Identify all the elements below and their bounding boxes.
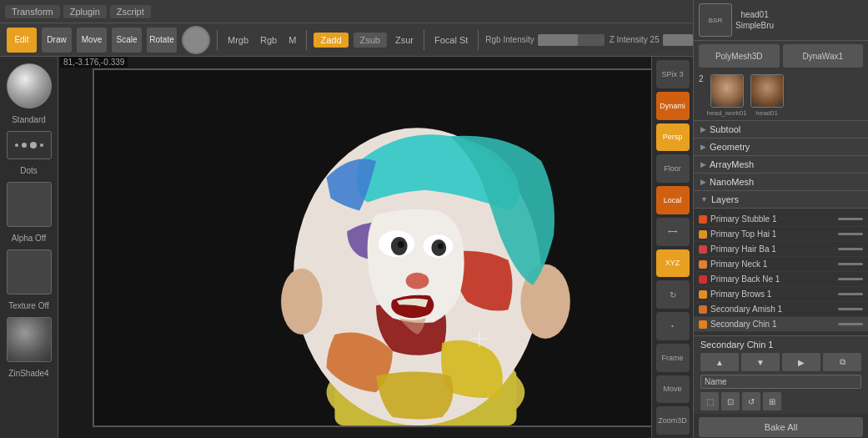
zsur-label[interactable]: Zsur: [392, 35, 417, 45]
layers-section-header[interactable]: ▼ Layers: [694, 191, 868, 209]
spix-button[interactable]: SPix 3: [656, 60, 690, 88]
layer-icon-2[interactable]: ⊡: [721, 392, 740, 410]
rgb-intensity-label: Rgb Intensity: [485, 35, 534, 44]
layer-item-6[interactable]: Secondary Amish 1: [694, 302, 868, 317]
layer-icon-4[interactable]: ⊞: [763, 392, 781, 410]
separator-3: [424, 30, 424, 50]
zadd-button[interactable]: Zadd: [314, 33, 348, 48]
layer-item-7[interactable]: Secondary Chin 1: [694, 317, 868, 332]
layer-name-input[interactable]: [700, 375, 861, 389]
layer-item-4[interactable]: Primary Back Ne 1: [694, 272, 868, 287]
move-button[interactable]: Move: [77, 28, 107, 53]
layers-label: Layers: [711, 194, 739, 204]
sym-button[interactable]: ⟷: [656, 218, 690, 246]
m-label[interactable]: M: [285, 35, 299, 45]
persp-button[interactable]: Persp: [656, 123, 690, 152]
dynami-button[interactable]: Dynami: [656, 92, 690, 120]
layer-item-1[interactable]: Primary Top Hai 1: [694, 227, 868, 242]
rp-brush-row: BSR head01 SimpleBru: [694, 0, 868, 41]
head-svg: [94, 70, 658, 425]
layer-slider-6[interactable]: [838, 308, 863, 310]
layer-down-button[interactable]: ▼: [741, 353, 780, 371]
canvas-area[interactable]: [58, 57, 693, 438]
layer-icon-3[interactable]: ↺: [742, 392, 760, 410]
mrgb-label[interactable]: Mrgb: [224, 35, 252, 45]
nanomesh-section-header[interactable]: ▶ NanoMesh: [694, 174, 868, 191]
coords-text: 81,-3.176,-0.339: [63, 58, 124, 67]
layer-up-button[interactable]: ▲: [700, 353, 739, 371]
layer-item-5[interactable]: Primary Brows 1: [694, 287, 868, 302]
zsub-button[interactable]: Zsub: [354, 33, 387, 48]
right-panel: BSR head01 SimpleBru PolyMesh3D DynaWax1…: [693, 0, 868, 438]
rp-bottom-buttons: Bake All Import MDD MOD Spee...: [694, 414, 868, 438]
transform-tab[interactable]: Transform: [5, 5, 60, 18]
rotate-view-button[interactable]: ↻: [656, 280, 690, 309]
layer-name-1: Primary Top Hai 1: [710, 229, 835, 239]
layer-slider-5[interactable]: [838, 293, 863, 295]
dot-button[interactable]: •: [656, 312, 690, 340]
xyz-button[interactable]: XYZ: [656, 249, 690, 278]
alpha-thumbnail[interactable]: [7, 182, 52, 227]
geometry-section-header[interactable]: ▶ Geometry: [694, 138, 868, 156]
alpha-label: Alpha Off: [12, 234, 47, 243]
layer-slider-2[interactable]: [838, 248, 863, 250]
layer-icon-1[interactable]: ⬚: [700, 392, 719, 410]
rgb-intensity-slider[interactable]: [538, 34, 605, 46]
arraymesh-section-header[interactable]: ▶ ArrayMesh: [694, 156, 868, 174]
bake-all-button[interactable]: Bake All: [699, 417, 863, 437]
texture-thumbnail[interactable]: [7, 249, 52, 295]
svg-point-10: [397, 241, 404, 248]
frame-button[interactable]: Frame: [656, 344, 690, 372]
draw-button[interactable]: Draw: [42, 28, 72, 53]
layer-color-7: [699, 320, 707, 329]
geometry-label: Geometry: [710, 142, 750, 152]
focal-label: Focal St: [431, 35, 471, 45]
layer-slider-0[interactable]: [838, 218, 863, 220]
zoom3d-button[interactable]: Zoom3D: [656, 406, 690, 435]
layer-name-3: Primary Neck 1: [710, 259, 835, 269]
dot-2: [22, 143, 27, 148]
dynawax-button[interactable]: DynaWax1: [783, 44, 864, 68]
bsr-button[interactable]: BSR: [699, 3, 732, 37]
texture-label: Texture Off: [8, 301, 49, 310]
subtool-section-header[interactable]: ▶ Subtool: [694, 121, 868, 138]
move3d-button[interactable]: Move: [656, 375, 690, 404]
floor-button[interactable]: Floor: [656, 154, 690, 183]
dots-label: Dots: [20, 166, 38, 175]
dot-4: [40, 143, 43, 147]
zscript-tab[interactable]: Zscript: [110, 5, 151, 18]
scale-button[interactable]: Scale: [112, 28, 142, 53]
layer-slider-3[interactable]: [838, 263, 863, 265]
layer-item-2[interactable]: Primary Hair Ba 1: [694, 242, 868, 257]
layers-list: Primary Stubble 1 Primary Top Hai 1 Prim…: [694, 209, 868, 335]
brush-preview: [182, 26, 210, 54]
edit-button[interactable]: Edit: [7, 28, 37, 53]
head-thumb-2[interactable]: [750, 74, 784, 108]
zplugin-tab[interactable]: Zplugin: [63, 5, 107, 18]
layer-name-7: Secondary Chin 1: [710, 320, 835, 329]
head-thumb-1[interactable]: [710, 74, 744, 108]
local-button[interactable]: Local: [656, 186, 690, 214]
layer-item-0[interactable]: Primary Stubble 1: [694, 212, 868, 227]
layer-name-0: Primary Stubble 1: [710, 214, 835, 224]
rgb-label[interactable]: Rgb: [257, 35, 280, 45]
polymesh3d-button[interactable]: PolyMesh3D: [699, 44, 780, 68]
rotate-button[interactable]: Rotate: [147, 28, 177, 53]
material-thumbnail[interactable]: [7, 317, 52, 362]
separator-2: [306, 30, 307, 50]
layer-slider-4[interactable]: [838, 278, 863, 280]
head-thumb-2-label: head01: [755, 109, 778, 117]
dots-brush[interactable]: [7, 131, 52, 159]
layer-slider-7[interactable]: [838, 323, 863, 325]
layer-name-2: Primary Hair Ba 1: [710, 244, 835, 254]
layer-slider-1[interactable]: [838, 233, 863, 235]
subtool-label: Subtool: [710, 124, 740, 134]
brush-thumbnail[interactable]: [7, 63, 52, 108]
layer-copy-button[interactable]: ⧉: [823, 353, 861, 371]
layer-color-0: [699, 215, 707, 224]
selected-layer-name: Secondary Chin 1: [700, 340, 861, 350]
layer-item-3[interactable]: Primary Neck 1: [694, 257, 868, 272]
canvas-viewport[interactable]: [93, 68, 660, 427]
layer-right-button[interactable]: ▶: [782, 353, 820, 371]
head-thumb-1-label: head_work01: [707, 109, 747, 117]
